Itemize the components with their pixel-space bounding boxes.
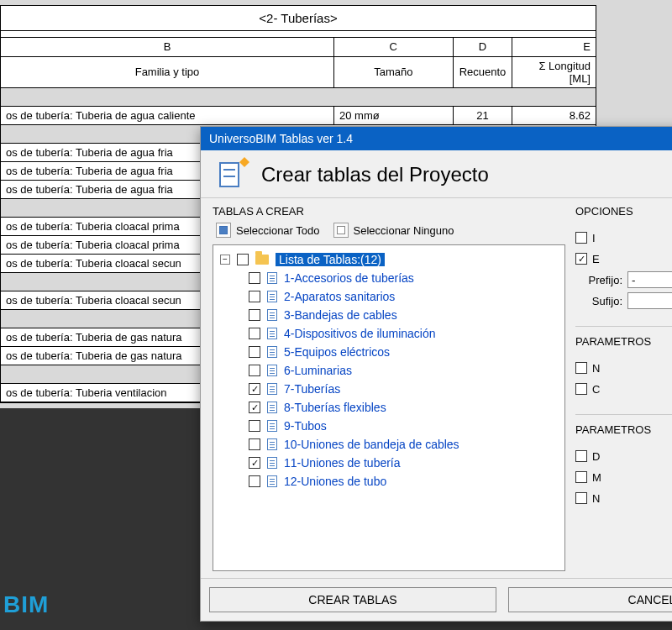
table-row[interactable]: os de tubería: Tuberia cloacal prima	[1, 218, 201, 236]
table-row[interactable]: os de tubería: Tuberia de gas natura	[1, 328, 201, 347]
sufijo-input[interactable]	[627, 292, 672, 309]
tree-item[interactable]: 9-Tubos	[217, 417, 561, 435]
option-label-2: E	[592, 253, 600, 265]
col-letter-b: B	[1, 38, 333, 56]
tree-item-label: 7-Tuberías	[284, 382, 340, 396]
tree-item[interactable]: 4-Dispositivos de iluminación	[217, 324, 561, 343]
tree-item-checkbox[interactable]	[249, 272, 260, 284]
partial-rows-table: os de tubería: Tuberia de agua friaos de…	[1, 144, 201, 403]
tree-item-label: 5-Equipos eléctricos	[284, 345, 390, 359]
param2-checkbox-b[interactable]	[575, 471, 587, 483]
folder-icon	[255, 255, 269, 265]
select-all-icon	[216, 223, 231, 238]
table-icon	[267, 402, 277, 413]
table-icon	[267, 420, 277, 432]
tree-item[interactable]: 7-Tuberías	[217, 380, 561, 398]
table-icon	[267, 457, 277, 469]
cancel-button[interactable]: CANCEL	[508, 587, 672, 612]
table-row[interactable]: os de tubería: Tuberia cloacal prima	[1, 236, 201, 255]
tree-item-checkbox[interactable]	[249, 402, 260, 413]
param2-checkbox-c[interactable]	[575, 492, 587, 504]
table-icon	[267, 346, 277, 358]
tree-item-checkbox[interactable]	[249, 346, 260, 358]
tree-item-label: 4-Dispositivos de iluminación	[284, 327, 436, 340]
root-checkbox[interactable]	[237, 254, 249, 265]
tree-root-label[interactable]: Lista de Tablas:(12)	[276, 253, 385, 266]
parametros-label-1: PARAMETROS	[575, 335, 672, 348]
param1-checkbox-a[interactable]	[575, 362, 587, 374]
select-none-label: Seleccionar Ninguno	[354, 224, 454, 237]
tree-item-label: 1-Accesorios de tuberías	[284, 271, 414, 285]
param1-text-a: N	[592, 362, 600, 375]
tree-item-checkbox[interactable]	[249, 291, 260, 302]
option-label-1: I	[592, 232, 596, 244]
table-icon	[267, 272, 277, 284]
tree-item-label: 11-Uniones de tubería	[284, 456, 401, 470]
tree-item-checkbox[interactable]	[249, 328, 260, 339]
tree-item[interactable]: 2-Aparatos sanitarios	[217, 287, 561, 306]
tree-item-checkbox[interactable]	[249, 365, 260, 376]
table-row[interactable]: os de tubería: Tuberia de agua fria	[1, 181, 201, 199]
dialog-header-text: Crear tablas del Proyecto	[261, 163, 489, 186]
tables-tree[interactable]: − Lista de Tablas:(12) 1-Accesorios de t…	[213, 244, 565, 571]
table-icon	[267, 475, 277, 487]
param1-checkbox-b[interactable]	[575, 383, 587, 395]
param1-text-b: C	[592, 383, 600, 396]
tree-item-checkbox[interactable]	[249, 309, 260, 321]
option-checkbox-2[interactable]	[575, 253, 587, 265]
tree-item[interactable]: 8-Tuberías flexibles	[217, 398, 561, 417]
param2-text-c: N	[592, 492, 600, 505]
tree-item-label: 2-Aparatos sanitarios	[284, 290, 395, 303]
dialog-titlebar[interactable]: UniversoBIM Tablas ver 1.4	[201, 127, 672, 150]
table-icon	[267, 383, 277, 395]
tree-item[interactable]: 1-Accesorios de tuberías	[217, 269, 561, 287]
sheet-title: <2- Tuberías>	[1, 6, 596, 31]
tree-item-label: 8-Tuberías flexibles	[284, 401, 386, 414]
param2-checkbox-a[interactable]	[575, 450, 587, 462]
tree-item-checkbox[interactable]	[249, 457, 260, 469]
table-row[interactable]: os de tubería: Tuberia cloacal secun	[1, 255, 201, 273]
tree-item[interactable]: 11-Uniones de tubería	[217, 454, 561, 472]
tree-item[interactable]: 12-Uniones de tubo	[217, 472, 561, 491]
select-none-button[interactable]: Seleccionar Ninguno	[330, 221, 458, 239]
table-icon	[267, 365, 277, 376]
prefijo-input[interactable]	[627, 271, 672, 288]
tree-item-checkbox[interactable]	[249, 475, 260, 487]
tree-item-label: 10-Uniones de bandeja de cables	[284, 438, 459, 451]
table-icon	[267, 328, 277, 339]
col-letter-d: D	[453, 38, 512, 56]
table-icon	[267, 291, 277, 302]
table-row[interactable]: os de tubería: Tuberia de agua fria	[1, 144, 201, 162]
tree-item[interactable]: 10-Uniones de bandeja de cables	[217, 435, 561, 454]
tree-item-label: 9-Tubos	[284, 419, 327, 433]
prefijo-label: Prefijo:	[575, 274, 622, 286]
table-row[interactable]: os de tubería: Tuberia cloacal secun	[1, 291, 201, 310]
tree-root-row[interactable]: − Lista de Tablas:(12)	[217, 250, 561, 269]
create-table-icon	[216, 159, 248, 191]
select-all-button[interactable]: Seleccionar Todo	[213, 221, 323, 239]
table-row[interactable]: os de tubería: Tuberia de agua caliente …	[1, 106, 596, 124]
header-tamano: Tamaño	[333, 56, 453, 87]
table-row[interactable]: os de tubería: Tuberia ventilacion	[1, 384, 201, 402]
collapse-icon[interactable]: −	[220, 255, 230, 265]
tree-item-label: 6-Luminarias	[284, 364, 352, 377]
tablas-a-crear-label: TABLAS A CREAR	[213, 205, 565, 218]
table-row[interactable]: os de tubería: Tuberia de gas natura	[1, 347, 201, 365]
tree-item-checkbox[interactable]	[249, 438, 260, 450]
tree-item[interactable]: 3-Bandejas de cables	[217, 306, 561, 324]
create-tables-dialog: UniversoBIM Tablas ver 1.4 Crear tablas …	[200, 126, 672, 622]
param2-text-a: D	[592, 450, 600, 463]
tree-item-checkbox[interactable]	[249, 420, 260, 432]
create-tables-button[interactable]: CREAR TABLAS	[209, 587, 496, 612]
table-row[interactable]: os de tubería: Tuberia de agua fria	[1, 162, 201, 181]
header-longitud: Σ Longitud [ML]	[512, 56, 596, 87]
select-all-label: Seleccionar Todo	[236, 224, 320, 237]
select-none-icon	[333, 223, 349, 238]
tree-item[interactable]: 5-Equipos eléctricos	[217, 343, 561, 361]
tree-item[interactable]: 6-Luminarias	[217, 361, 561, 380]
brand-text: BIM	[3, 591, 49, 618]
tree-item-checkbox[interactable]	[249, 383, 260, 395]
opciones-label: OPCIONES	[575, 205, 672, 218]
option-checkbox-1[interactable]	[575, 232, 587, 244]
tree-item-label: 3-Bandejas de cables	[284, 308, 397, 322]
